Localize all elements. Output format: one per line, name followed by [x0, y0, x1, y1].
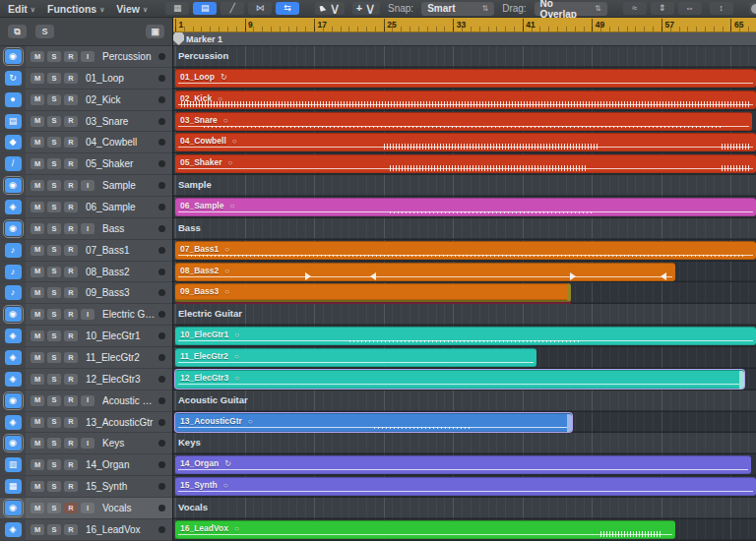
- solo-button[interactable]: S: [47, 202, 61, 212]
- bass-guitar-icon[interactable]: ♪: [0, 243, 26, 258]
- playhead-pin-icon[interactable]: [173, 32, 184, 45]
- lane-sample[interactable]: Sample: [173, 175, 756, 197]
- audio-sample-icon[interactable]: ◈: [0, 200, 26, 214]
- lane-14-organ[interactable]: 14_Organ↻: [173, 454, 756, 476]
- kick-drum-icon[interactable]: ●: [0, 92, 26, 107]
- mute-button[interactable]: M: [31, 331, 44, 341]
- mute-button[interactable]: M: [31, 374, 44, 385]
- solo-button[interactable]: S: [47, 137, 61, 148]
- solo-button[interactable]: S: [47, 158, 61, 169]
- lane-16-leadvox[interactable]: 16_LeadVox○: [173, 519, 756, 541]
- solo-button[interactable]: S: [47, 374, 61, 385]
- record-enable-button[interactable]: R: [64, 438, 78, 449]
- input-monitor-button[interactable]: I: [81, 309, 94, 320]
- track-header-15-synth[interactable]: ▦MSR15_Synth: [0, 476, 172, 498]
- mute-button[interactable]: M: [31, 287, 44, 298]
- track-header-acoustic-guitar[interactable]: ◉MSRIAcoustic Guitar: [0, 391, 172, 412]
- lane-percussion[interactable]: Percussion: [173, 46, 756, 68]
- solo-button[interactable]: S: [47, 459, 61, 470]
- mute-button[interactable]: M: [31, 158, 44, 169]
- summing-stack-icon[interactable]: ◉: [0, 501, 26, 515]
- mute-button[interactable]: M: [31, 417, 44, 428]
- mute-button[interactable]: M: [31, 245, 44, 256]
- record-enable-button[interactable]: R: [64, 331, 78, 341]
- mute-button[interactable]: M: [31, 267, 44, 277]
- mute-button[interactable]: M: [31, 51, 44, 62]
- auto-zoom-vertical-icon[interactable]: ⇕: [651, 2, 674, 15]
- summing-stack-icon[interactable]: ◉: [0, 49, 26, 64]
- electric-guitar-icon[interactable]: ◈: [0, 350, 26, 365]
- track-header-13-acousticgtr[interactable]: ◈MSR13_AcousticGtr: [0, 412, 172, 434]
- lane-02-kick[interactable]: 02_Kick○: [173, 90, 756, 111]
- solo-button[interactable]: S: [47, 352, 61, 363]
- mute-button[interactable]: M: [31, 481, 44, 492]
- input-monitor-button[interactable]: I: [81, 180, 94, 191]
- record-enable-button[interactable]: R: [64, 503, 78, 513]
- zoom-slider-knob[interactable]: [751, 4, 756, 14]
- region-14-organ[interactable]: 14_Organ↻: [175, 455, 751, 474]
- record-enable-button[interactable]: R: [64, 51, 78, 62]
- flex-marker-icon[interactable]: [661, 272, 666, 280]
- zoom-vertical-icon[interactable]: ↕: [710, 2, 733, 15]
- track-header-09-bass3[interactable]: ♪MSR09_Bass3: [0, 282, 172, 304]
- record-enable-button[interactable]: R: [64, 352, 78, 363]
- record-enable-button[interactable]: R: [64, 116, 78, 127]
- solo-button[interactable]: S: [47, 180, 61, 191]
- record-enable-button[interactable]: R: [64, 395, 78, 406]
- record-enable-button[interactable]: R: [64, 223, 78, 234]
- track-header-bass[interactable]: ◉MSRIBass: [0, 218, 172, 240]
- track-header-14-organ[interactable]: ▥MSR14_Organ: [0, 454, 172, 476]
- region-04-cowbell[interactable]: 04_Cowbell○: [175, 133, 756, 151]
- cowbell-icon[interactable]: ◆: [0, 135, 26, 150]
- synth-icon[interactable]: ▦: [0, 479, 26, 494]
- track-header-12-elecgtr3[interactable]: ◈MSR12_ElecGtr3: [0, 369, 172, 391]
- automation-icon[interactable]: ╱: [220, 2, 244, 15]
- lane-09-bass3[interactable]: 09_Bass3○: [173, 282, 756, 304]
- mute-button[interactable]: M: [31, 524, 44, 535]
- region-16-leadvox[interactable]: 16_LeadVox○: [175, 520, 675, 539]
- electric-guitar-icon[interactable]: ◈: [0, 372, 26, 387]
- solo-button[interactable]: S: [47, 481, 61, 492]
- track-header-electric-guitar[interactable]: ◉MSRIElectric Guitar: [0, 304, 172, 326]
- mute-button[interactable]: M: [31, 116, 44, 127]
- pointer-tool-dropdown[interactable]: ∨: [315, 2, 345, 15]
- mute-button[interactable]: M: [31, 438, 44, 449]
- menu-functions[interactable]: Functions∨: [45, 3, 106, 15]
- marker-lane[interactable]: Marker 1: [173, 32, 756, 46]
- region-01-loop[interactable]: 01_Loop↻: [175, 69, 756, 88]
- mute-button[interactable]: M: [31, 223, 44, 234]
- track-header-sample[interactable]: ◉MSRISample: [0, 175, 172, 197]
- lane-03-snare[interactable]: 03_Snare○: [173, 111, 756, 133]
- summing-stack-icon[interactable]: ◉: [0, 221, 26, 236]
- shaker-icon[interactable]: /: [0, 156, 26, 171]
- lane-13-acousticgtr[interactable]: 13_AcousticGtr○: [173, 412, 756, 434]
- record-enable-button[interactable]: R: [64, 309, 78, 320]
- mute-button[interactable]: M: [31, 352, 44, 363]
- lane-05-shaker[interactable]: 05_Shaker○: [173, 153, 756, 175]
- snap-select[interactable]: Smart ⇅: [421, 2, 494, 16]
- solo-button[interactable]: S: [47, 331, 61, 341]
- track-header-04-cowbell[interactable]: ◆MSR04_Cowbell: [0, 132, 172, 153]
- lane-07-bass1[interactable]: 07_Bass1○: [173, 240, 756, 262]
- track-header-08-bass2[interactable]: ♪MSR08_Bass2: [0, 262, 172, 283]
- track-header-07-bass1[interactable]: ♪MSR07_Bass1: [0, 240, 172, 262]
- organ-icon[interactable]: ▥: [0, 457, 26, 472]
- secondary-tool-dropdown[interactable]: + ∨: [352, 2, 380, 15]
- record-enable-button[interactable]: R: [64, 459, 78, 470]
- input-monitor-button[interactable]: I: [81, 395, 94, 406]
- region-08-bass2[interactable]: 08_Bass2○: [175, 263, 675, 281]
- vocal-icon[interactable]: ◈: [0, 522, 26, 537]
- mute-button[interactable]: M: [31, 180, 44, 191]
- input-monitor-button[interactable]: I: [81, 223, 94, 234]
- lane-06-sample[interactable]: 06_Sample○: [173, 197, 756, 218]
- lane-01-loop[interactable]: 01_Loop↻: [173, 68, 756, 90]
- mute-button[interactable]: M: [31, 202, 44, 212]
- input-monitor-button[interactable]: I: [81, 51, 94, 62]
- summing-stack-icon[interactable]: ◉: [0, 393, 26, 408]
- region-13-acousticgtr[interactable]: 13_AcousticGtr○: [175, 413, 572, 432]
- lane-11-elecgtr2[interactable]: 11_ElecGtr2○: [173, 347, 756, 369]
- region-07-bass1[interactable]: 07_Bass1○: [175, 241, 756, 260]
- region-15-synth[interactable]: 15_Synth○: [175, 477, 756, 496]
- solo-button[interactable]: S: [47, 245, 61, 256]
- record-enable-button[interactable]: R: [64, 73, 78, 84]
